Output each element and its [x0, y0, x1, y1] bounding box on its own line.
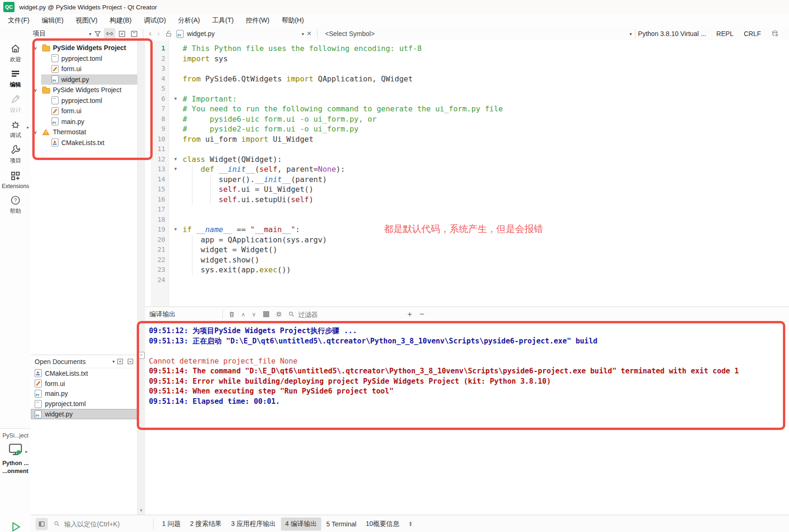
close-panel-icon[interactable] [128, 28, 140, 39]
line-ending-selector[interactable]: CRLF [744, 30, 761, 37]
toggle-left-sidebar-icon[interactable] [36, 518, 48, 530]
close-document-icon[interactable]: × [304, 29, 314, 38]
tree-row[interactable]: main.py [31, 117, 137, 127]
editor-line[interactable]: 11 [145, 144, 789, 154]
menu-item-1[interactable]: 编辑(E) [36, 14, 70, 27]
next-item-icon[interactable]: ∨ [249, 311, 259, 318]
menu-item-6[interactable]: 工具(T) [206, 14, 240, 27]
panel-scrollbar[interactable]: ▼ [137, 41, 146, 515]
fold-marker-icon[interactable]: ▼ [169, 94, 183, 104]
open-document-item[interactable]: widget.py [31, 409, 137, 419]
go-back-icon[interactable]: ‹ [146, 29, 155, 38]
menu-item-8[interactable]: 帮助(H) [275, 14, 310, 27]
sidebar-item-home[interactable]: 欢迎 [0, 41, 31, 66]
stop-icon[interactable] [263, 311, 269, 317]
output-filter-input[interactable] [297, 310, 369, 319]
code-editor[interactable]: 1# This Python file uses the following e… [145, 41, 789, 309]
symbol-selector[interactable]: <Select Symbol> ▾ [325, 30, 632, 37]
status-tab-3[interactable]: 3 应用程序输出 [227, 517, 280, 531]
editor-line[interactable]: 8# pyside6-uic form.ui -o ui_form.py, or [145, 114, 789, 124]
editor-line[interactable]: 20 app = QApplication(sys.argv) [145, 235, 789, 245]
chevron-down-icon[interactable]: ▾ [112, 359, 115, 364]
editor-line[interactable]: 10from ui_form import Ui_Widget [145, 134, 789, 145]
editor-line[interactable]: 6▼# Important: [145, 94, 789, 104]
sidebar-item-debug[interactable]: 调试▸ [0, 117, 31, 142]
filter-icon[interactable] [92, 28, 103, 39]
tree-row[interactable]: CMakeLists.txt [31, 138, 137, 148]
menu-item-4[interactable]: 调试(D) [138, 14, 172, 27]
menu-item-7[interactable]: 控件(W) [240, 14, 276, 27]
open-document-selector[interactable]: widget.py ▾ [187, 30, 304, 37]
sidebar-item-extensions[interactable]: Extensions [0, 167, 31, 192]
split-panel-icon[interactable] [116, 28, 127, 39]
menu-item-3[interactable]: 构建(B) [103, 14, 138, 27]
kit-selector[interactable]: PySi...ject ▸ Python ... ...onment [0, 428, 31, 475]
go-forward-icon[interactable]: › [155, 29, 163, 38]
tree-row[interactable]: widget.py [31, 74, 137, 85]
sidebar-item-projects[interactable]: 项目 [0, 142, 31, 167]
editor-line[interactable]: 17 [145, 204, 789, 215]
fold-marker-icon[interactable]: ▼ [169, 225, 183, 235]
editor-line[interactable]: 12▼class Widget(QWidget): [145, 154, 789, 165]
editor-line[interactable]: 9# pyside2-uic form.ui -o ui_form.py [145, 124, 789, 134]
database-icon[interactable] [771, 30, 779, 37]
settings-gear-icon[interactable] [273, 309, 285, 320]
sidebar-item-help[interactable]: ?帮助 [0, 192, 31, 218]
pane-arrows-icon[interactable]: ▲▼ [409, 521, 413, 527]
link-with-editor-icon[interactable] [104, 28, 115, 39]
locator[interactable] [53, 520, 149, 528]
editor-line[interactable]: 15 self.ui = Ui_Widget() [145, 184, 789, 195]
menu-item-5[interactable]: 分析(A) [172, 14, 206, 27]
clear-output-icon[interactable] [226, 309, 237, 320]
run-button[interactable] [0, 521, 31, 532]
previous-item-icon[interactable]: ∧ [238, 311, 249, 318]
tree-row[interactable]: form.ui [31, 64, 137, 74]
editor-line[interactable]: 23 sys.exit(app.exec()) [145, 265, 789, 275]
status-tab-1[interactable]: 1 问题 [158, 517, 185, 531]
editor-line[interactable]: 3 [145, 64, 789, 74]
editor-line[interactable]: 14 super().__init__(parent) [145, 175, 789, 185]
editor-line[interactable]: 22 widget.show() [145, 255, 789, 265]
scroll-down-icon[interactable]: ▼ [139, 508, 143, 513]
close-split-icon[interactable] [125, 357, 135, 366]
expander-icon[interactable]: ∨ [34, 130, 41, 135]
output-filter[interactable] [288, 310, 369, 319]
locator-input[interactable] [63, 520, 149, 528]
python-interpreter-selector[interactable]: Python 3.8.10 Virtual ... [638, 30, 706, 37]
editor-line[interactable]: 4from PySide6.QtWidgets import QApplicat… [145, 74, 789, 84]
fold-marker-icon[interactable]: ▼ [169, 154, 183, 165]
editor-line[interactable]: 2import sys [145, 54, 789, 64]
split-icon[interactable] [115, 357, 125, 366]
sidebar-item-edit[interactable]: 编辑 [0, 66, 31, 91]
editor-line[interactable]: 7# You need to run the following command… [145, 104, 789, 114]
open-document-item[interactable]: pyproject.toml [31, 399, 137, 409]
editor-line[interactable]: 16 self.ui.setupUi(self) [145, 195, 789, 205]
fold-marker-icon[interactable]: ▼ [169, 164, 183, 175]
editor-line[interactable]: 21 widget = Widget() [145, 245, 789, 255]
expander-icon[interactable]: ∨ [34, 45, 41, 51]
tree-row[interactable]: pyproject.toml [31, 95, 137, 106]
status-tab-6[interactable]: 10概要信息 [361, 517, 404, 531]
zoom-in-icon[interactable]: + [407, 310, 412, 319]
open-document-item[interactable]: main.py [31, 389, 137, 399]
compile-output-pane[interactable]: 09:51:12: 为项目PySide Widgets Project执行步骤 … [145, 322, 789, 515]
open-document-item[interactable]: form.ui [31, 379, 137, 389]
status-tab-2[interactable]: 2 搜索结果 [186, 517, 226, 531]
collapse-block-icon[interactable]: − [138, 352, 145, 359]
editor-line[interactable]: 5 [145, 84, 789, 94]
status-tab-4[interactable]: 4 编译输出 [281, 517, 321, 531]
tree-row[interactable]: ∨PySide Widgets Project [31, 85, 137, 95]
repl-button[interactable]: REPL [716, 30, 734, 37]
tree-row[interactable]: form.ui [31, 106, 137, 117]
tree-row[interactable]: pyproject.toml [31, 53, 137, 64]
status-tab-5[interactable]: 5 Terminal [322, 518, 361, 530]
editor-line[interactable]: 24 [145, 275, 789, 285]
expander-icon[interactable]: ∨ [34, 87, 41, 93]
lock-icon[interactable] [163, 28, 174, 39]
open-document-item[interactable]: CMakeLists.txt [31, 368, 137, 379]
menu-item-2[interactable]: 视图(V) [70, 14, 104, 27]
editor-line[interactable]: 13▼ def __init__(self, parent=None): [145, 164, 789, 175]
editor-line[interactable]: 1# This Python file uses the following e… [145, 44, 789, 54]
sidebar-view-selector[interactable]: 项目 ▾ [33, 29, 91, 38]
zoom-out-icon[interactable]: − [420, 310, 424, 319]
